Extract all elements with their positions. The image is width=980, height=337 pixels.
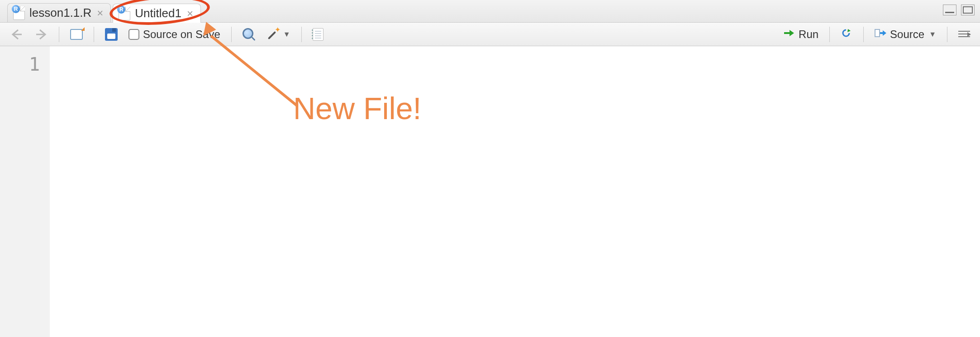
chevron-down-icon: ▼ <box>283 30 290 39</box>
run-arrow-icon <box>783 28 795 41</box>
maximize-pane-icon[interactable] <box>961 5 975 15</box>
compile-report-button[interactable] <box>309 26 327 43</box>
tab-lesson1-1-r[interactable]: R lesson1.1.R × <box>7 3 111 22</box>
checkbox-icon <box>128 29 139 40</box>
show-in-new-window-button[interactable] <box>67 27 86 42</box>
tab-bar: R lesson1.1.R × R Untitled1 × <box>0 0 980 23</box>
pane-window-controls <box>943 5 975 15</box>
outline-icon <box>958 29 970 39</box>
magic-wand-icon: ✦ <box>266 28 279 41</box>
source-editor: 1 <box>0 46 980 337</box>
source-label: Source <box>890 28 924 41</box>
document-outline-button[interactable] <box>955 28 974 41</box>
nav-forward-button[interactable] <box>31 27 52 42</box>
toolbar-separator <box>829 27 830 42</box>
minimize-pane-icon[interactable] <box>943 5 956 15</box>
line-number-gutter: 1 <box>0 46 50 337</box>
tab-untitled1[interactable]: R Untitled1 × <box>113 4 201 23</box>
source-arrow-icon <box>875 28 886 41</box>
chevron-down-icon[interactable]: ▼ <box>929 30 936 39</box>
editor-toolbar: Source on Save ✦ ▼ Run Source ▼ <box>0 23 980 46</box>
toolbar-separator <box>863 27 864 42</box>
search-icon <box>243 28 255 41</box>
floppy-disk-icon <box>105 28 118 41</box>
svg-rect-0 <box>875 29 880 37</box>
close-icon[interactable]: × <box>96 8 104 19</box>
run-label: Run <box>799 28 818 41</box>
rerun-button[interactable] <box>837 26 856 43</box>
toolbar-separator <box>231 27 232 42</box>
toolbar-separator <box>301 27 302 42</box>
toolbar-separator <box>94 27 94 42</box>
r-file-icon: R <box>119 7 130 20</box>
tab-label: Untitled1 <box>135 6 181 20</box>
save-button[interactable] <box>101 26 121 43</box>
source-on-save-checkbox[interactable]: Source on Save <box>125 26 224 43</box>
close-icon[interactable]: × <box>186 8 194 19</box>
popout-icon <box>70 29 83 40</box>
tab-label: lesson1.1.R <box>29 6 91 20</box>
find-replace-button[interactable] <box>239 26 259 43</box>
toolbar-separator <box>947 27 947 42</box>
rerun-icon <box>841 28 852 41</box>
nav-back-button[interactable] <box>6 27 27 42</box>
source-button[interactable]: Source ▼ <box>871 26 940 43</box>
code-tools-button[interactable]: ✦ ▼ <box>262 26 294 43</box>
run-button[interactable]: Run <box>780 26 822 43</box>
source-on-save-label: Source on Save <box>143 28 220 41</box>
toolbar-separator <box>59 27 59 42</box>
r-file-icon: R <box>13 6 25 20</box>
code-area[interactable] <box>50 46 980 337</box>
notebook-icon <box>313 28 323 41</box>
line-number: 1 <box>0 51 40 78</box>
